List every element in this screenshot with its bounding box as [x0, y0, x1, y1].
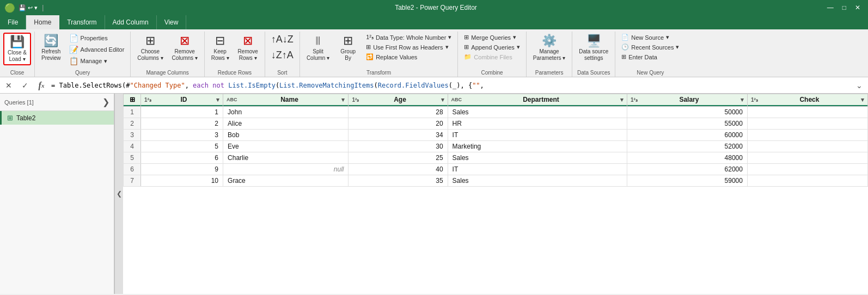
formula-expand-button[interactable]: ⌄ — [853, 80, 866, 91]
minimize-btn[interactable]: — — [824, 4, 837, 11]
row-num-header: ⊞ — [124, 94, 141, 107]
cell-department: HR — [448, 118, 627, 130]
cell-id: 1 — [141, 107, 223, 118]
table-row: 69null40IT62000 — [124, 164, 868, 175]
tab-home[interactable]: Home — [26, 15, 59, 29]
recent-sources-icon: 🕒 — [621, 44, 629, 51]
col-filter-id[interactable]: ▾ — [216, 96, 219, 103]
merge-queries-button[interactable]: ⊞ Merge Queries ▾ — [461, 33, 523, 42]
cell-name: Bob — [223, 130, 349, 141]
ribbon-group-combine: ⊞ Merge Queries ▾ ⊞ Append Queries ▾ 📁 C… — [458, 32, 527, 77]
close-btn[interactable]: ✕ — [852, 4, 864, 11]
cell-id: 6 — [141, 152, 223, 164]
enter-data-button[interactable]: ⊞ Enter Data — [619, 52, 682, 62]
manage-parameters-button[interactable]: ⚙️ ManageParameters ▾ — [530, 33, 569, 63]
replace-values-button[interactable]: 🔁 Replace Values — [363, 52, 454, 62]
close-load-button[interactable]: 💾 Close &Load ▾ — [3, 33, 31, 65]
recent-sources-label: Recent Sources — [631, 44, 674, 51]
col-type-name: ABC — [227, 97, 237, 102]
accept-formula-button[interactable]: ✓ — [19, 79, 32, 92]
sort-group-label: Sort — [265, 70, 299, 76]
new-source-button[interactable]: 📄 New Source ▾ — [619, 33, 682, 42]
ribbon-group-transform: ⫴ SplitColumn ▾ ⊞ GroupBy 1²₃ Data Type:… — [300, 32, 458, 77]
cell-id: 9 — [141, 164, 223, 175]
quick-access: 💾 ↩ ▾ — [19, 4, 38, 11]
row-number: 6 — [124, 164, 141, 175]
row-number: 2 — [124, 118, 141, 130]
sidebar-collapse-button[interactable]: ❯ — [102, 97, 109, 107]
cell-age: 30 — [349, 141, 448, 152]
keep-rows-label: KeepRows ▾ — [211, 48, 229, 62]
manage-parameters-label: ManageParameters ▾ — [533, 48, 565, 62]
app-icon: 🟢 — [4, 3, 15, 13]
col-filter-name[interactable]: ▾ — [341, 96, 345, 103]
select-all-icon[interactable]: ⊞ — [130, 96, 135, 103]
data-area: ⊞ 1²₃ ID ▾ ABC Name — [123, 94, 868, 294]
col-type-id: 1²₃ — [144, 97, 151, 103]
data-source-settings-button[interactable]: 🖥️ Data sourcesettings — [576, 33, 612, 63]
recent-sources-button[interactable]: 🕒 Recent Sources ▾ — [619, 42, 682, 52]
cell-department: Sales — [448, 175, 627, 187]
replace-values-icon: 🔁 — [366, 53, 374, 60]
cell-name: Grace — [223, 175, 349, 187]
append-queries-label: Append Queries — [471, 44, 515, 51]
combine-files-icon: 📁 — [464, 53, 472, 60]
keep-rows-button[interactable]: ⊟ KeepRows ▾ — [208, 33, 233, 63]
cell-age: 34 — [349, 130, 448, 141]
tab-file[interactable]: File — [0, 15, 26, 29]
ribbon-group-query: 🔄 RefreshPreview 📄 Properties 📝 Advanced… — [35, 32, 131, 77]
cell-name: Eve — [223, 141, 349, 152]
data-type-label: Data Type: Whole Number — [376, 34, 446, 41]
restore-btn[interactable]: □ — [839, 4, 849, 11]
choose-columns-button[interactable]: ⊞ ChooseColumns ▾ — [134, 33, 166, 63]
cell-check — [747, 107, 867, 118]
col-type-check: 1²₃ — [751, 97, 758, 103]
advanced-editor-button[interactable]: 📝 Advanced Editor — [66, 44, 127, 55]
cell-department: Marketing — [448, 141, 627, 152]
tab-view[interactable]: View — [157, 15, 187, 29]
ribbon-group-data-sources: 🖥️ Data sourcesettings Data Sources — [572, 32, 615, 77]
query-list-item-table2[interactable]: ⊞ Table2 — [0, 111, 114, 125]
tab-add-column[interactable]: Add Column — [105, 15, 157, 29]
choose-columns-icon: ⊞ — [145, 34, 155, 47]
data-source-settings-icon: 🖥️ — [586, 34, 601, 47]
cancel-formula-button[interactable]: ✕ — [2, 79, 15, 92]
col-type-salary: 1²₃ — [631, 97, 638, 103]
tab-transform[interactable]: Transform — [59, 15, 105, 29]
merge-queries-icon: ⊞ — [464, 34, 469, 41]
query-small-btns: 📄 Properties 📝 Advanced Editor 📋 Manage … — [66, 33, 127, 66]
col-filter-dept[interactable]: ▾ — [620, 96, 624, 103]
cell-age: 25 — [349, 152, 448, 164]
combine-btns: ⊞ Merge Queries ▾ ⊞ Append Queries ▾ 📁 C… — [461, 33, 523, 62]
data-type-button[interactable]: 1²₃ Data Type: Whole Number ▾ — [363, 33, 454, 42]
properties-button[interactable]: 📄 Properties — [66, 33, 127, 44]
split-column-button[interactable]: ⫴ SplitColumn ▾ — [303, 33, 333, 63]
row-number: 4 — [124, 141, 141, 152]
fx-button[interactable]: fx — [35, 79, 48, 92]
col-filter-age[interactable]: ▾ — [441, 96, 444, 103]
refresh-preview-button[interactable]: 🔄 RefreshPreview — [38, 33, 64, 63]
sort-desc-button[interactable]: ↓Z↑A — [268, 48, 296, 62]
combine-files-button[interactable]: 📁 Combine Files — [461, 52, 523, 62]
col-type-age: 1²₃ — [352, 97, 359, 103]
remove-columns-button[interactable]: ⊠ RemoveColumns ▾ — [169, 33, 201, 63]
append-queries-button[interactable]: ⊞ Append Queries ▾ — [461, 42, 523, 52]
col-name-id: ID — [154, 96, 214, 103]
enter-data-label: Enter Data — [628, 54, 657, 60]
remove-rows-button[interactable]: ⊠ RemoveRows ▾ — [235, 33, 261, 63]
sidebar-collapse-handle[interactable]: ❮ — [114, 94, 123, 294]
row-number: 5 — [124, 152, 141, 164]
cell-id: 10 — [141, 175, 223, 187]
query-item-label: Table2 — [16, 114, 35, 122]
sidebar: Queries [1] ❯ ⊞ Table2 — [0, 94, 114, 294]
col-header-salary: 1²₃ Salary ▾ — [627, 94, 747, 107]
manage-button[interactable]: 📋 Manage ▾ — [66, 56, 127, 66]
col-filter-check[interactable]: ▾ — [861, 96, 864, 103]
col-filter-salary[interactable]: ▾ — [741, 96, 744, 103]
refresh-icon: 🔄 — [44, 34, 58, 47]
use-first-row-button[interactable]: ⊞ Use First Row as Headers ▾ — [363, 42, 454, 52]
window-controls[interactable]: — □ ✕ — [824, 4, 864, 11]
cell-department: IT — [448, 130, 627, 141]
group-by-button[interactable]: ⊞ GroupBy — [336, 33, 360, 63]
sort-asc-button[interactable]: ↑A↓Z — [268, 33, 296, 46]
